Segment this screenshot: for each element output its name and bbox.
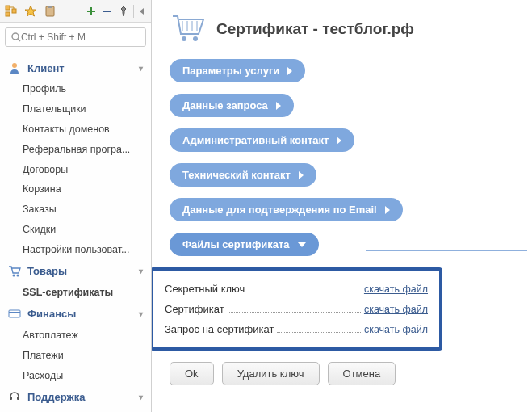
action-buttons: Ok Удалить ключ Отмена bbox=[170, 362, 527, 385]
svg-rect-5 bbox=[48, 6, 52, 8]
search-box[interactable] bbox=[5, 27, 146, 47]
user-icon bbox=[8, 61, 21, 74]
finance-icon bbox=[8, 308, 21, 321]
file-label: Сертификат bbox=[165, 303, 224, 315]
download-secret-key[interactable]: скачать файл bbox=[364, 284, 428, 295]
nav-group-client[interactable]: Клиент ▾ bbox=[0, 57, 151, 79]
chevron-down-icon: ▾ bbox=[139, 64, 143, 73]
arrow-right-icon bbox=[276, 102, 281, 110]
cart-icon bbox=[8, 265, 21, 278]
nav-item-referral[interactable]: Реферальная програ... bbox=[0, 140, 151, 160]
nav: Клиент ▾ Профиль Плательщики Контакты до… bbox=[0, 52, 151, 412]
svg-rect-14 bbox=[17, 397, 19, 400]
search-icon bbox=[10, 32, 21, 43]
svg-rect-2 bbox=[12, 9, 16, 13]
nav-item-cart[interactable]: Корзина bbox=[0, 179, 151, 200]
nav-item-autopay[interactable]: Автоплатеж bbox=[0, 326, 151, 346]
svg-rect-11 bbox=[9, 310, 20, 317]
svg-point-10 bbox=[17, 274, 19, 276]
section-label: Данные для подтверждения по Email bbox=[182, 204, 377, 216]
star-icon[interactable] bbox=[24, 5, 37, 18]
toolbar bbox=[0, 0, 151, 23]
svg-point-9 bbox=[13, 274, 15, 276]
pin-icon[interactable] bbox=[117, 5, 130, 18]
section-tech-contact[interactable]: Технический контакт bbox=[170, 163, 316, 187]
svg-rect-0 bbox=[6, 6, 10, 10]
svg-point-15 bbox=[182, 36, 186, 41]
nav-group-finance[interactable]: Финансы ▾ bbox=[0, 303, 151, 326]
chevron-down-icon: ▾ bbox=[139, 393, 143, 401]
arrow-right-icon bbox=[385, 206, 390, 214]
section-label: Технический контакт bbox=[182, 169, 291, 181]
file-row-secret-key: Секретный ключ скачать файл bbox=[165, 279, 428, 299]
svg-rect-1 bbox=[6, 12, 10, 16]
nav-item-payments[interactable]: Платежи bbox=[0, 346, 151, 366]
arrow-down-icon bbox=[298, 242, 306, 247]
section-label: Параметры услуги bbox=[182, 65, 279, 77]
svg-marker-6 bbox=[140, 8, 144, 15]
svg-rect-13 bbox=[10, 397, 12, 400]
file-row-csr: Запрос на сертификат скачать файл bbox=[165, 319, 428, 339]
section-label: Файлы сертификата bbox=[182, 238, 290, 250]
section-service-params[interactable]: Параметры услуги bbox=[170, 59, 305, 82]
nav-item-ssl[interactable]: SSL-сертификаты bbox=[0, 283, 151, 303]
nav-group-goods[interactable]: Товары ▾ bbox=[0, 260, 151, 283]
section-email-confirm[interactable]: Данные для подтверждения по Email bbox=[170, 198, 403, 221]
arrow-right-icon bbox=[287, 67, 292, 75]
section-label: Данные запроса bbox=[182, 99, 268, 111]
page-title: Сертификат - тестблог.рф bbox=[216, 20, 414, 38]
cart-large-icon bbox=[170, 11, 205, 46]
download-certificate[interactable]: скачать файл bbox=[364, 304, 428, 315]
nav-group-support[interactable]: Поддержка ▾ bbox=[0, 385, 151, 408]
nav-group-label: Финансы bbox=[27, 308, 76, 320]
nav-item-contracts[interactable]: Договоры bbox=[0, 160, 151, 180]
file-label: Запрос на сертификат bbox=[165, 323, 274, 335]
cert-files-panel: Секретный ключ скачать файл Сертификат с… bbox=[152, 267, 442, 351]
nav-item-discounts[interactable]: Скидки bbox=[0, 220, 151, 240]
file-label: Секретный ключ bbox=[165, 283, 245, 295]
arrow-right-icon bbox=[337, 137, 341, 145]
file-row-certificate: Сертификат скачать файл bbox=[165, 299, 428, 319]
main-content: Сертификат - тестблог.рф Параметры услуг… bbox=[152, 0, 532, 412]
dots-leader bbox=[277, 332, 360, 333]
nav-item-expenses[interactable]: Расходы bbox=[0, 366, 151, 386]
nav-group-label: Товары bbox=[27, 265, 67, 277]
chevron-down-icon: ▾ bbox=[139, 309, 143, 318]
ok-button[interactable]: Ok bbox=[170, 362, 214, 385]
section-label: Административный контакт bbox=[182, 134, 329, 146]
nav-group-label: Клиент bbox=[27, 62, 65, 74]
nav-item-orders[interactable]: Заказы bbox=[0, 200, 151, 220]
clipboard-icon[interactable] bbox=[44, 5, 57, 18]
chevron-down-icon: ▾ bbox=[139, 267, 143, 275]
svg-marker-3 bbox=[25, 6, 36, 16]
plus-icon[interactable] bbox=[85, 5, 98, 18]
section-admin-contact[interactable]: Административный контакт bbox=[170, 128, 354, 152]
svg-point-16 bbox=[193, 36, 198, 41]
svg-rect-12 bbox=[9, 312, 20, 313]
download-csr[interactable]: скачать файл bbox=[364, 324, 428, 335]
nav-item-profile[interactable]: Профиль bbox=[0, 79, 151, 99]
nav-item-payers[interactable]: Плательщики bbox=[0, 99, 151, 120]
headset-icon bbox=[8, 390, 21, 403]
nav-group-label: Поддержка bbox=[27, 391, 86, 403]
delete-key-button[interactable]: Удалить ключ bbox=[222, 362, 320, 385]
tree-icon[interactable] bbox=[5, 5, 18, 18]
nav-item-user-settings[interactable]: Настройки пользоват... bbox=[0, 240, 151, 260]
page-header: Сертификат - тестблог.рф bbox=[170, 11, 527, 46]
divider bbox=[366, 250, 527, 251]
arrow-right-icon bbox=[299, 171, 304, 179]
minus-icon[interactable] bbox=[101, 5, 114, 18]
collapse-icon[interactable] bbox=[133, 5, 146, 18]
svg-point-8 bbox=[12, 63, 17, 68]
section-cert-files[interactable]: Файлы сертификата bbox=[170, 233, 319, 256]
nav-item-domain-contacts[interactable]: Контакты доменов bbox=[0, 120, 151, 140]
sidebar: Клиент ▾ Профиль Плательщики Контакты до… bbox=[0, 0, 152, 412]
cancel-button[interactable]: Отмена bbox=[328, 362, 396, 385]
search-input[interactable] bbox=[21, 32, 140, 43]
section-request-data[interactable]: Данные запроса bbox=[170, 94, 294, 117]
nav-item-tickets[interactable]: Запросы bbox=[0, 408, 151, 412]
dots-leader bbox=[248, 292, 361, 292]
svg-point-7 bbox=[12, 33, 19, 40]
dots-leader bbox=[228, 312, 361, 313]
